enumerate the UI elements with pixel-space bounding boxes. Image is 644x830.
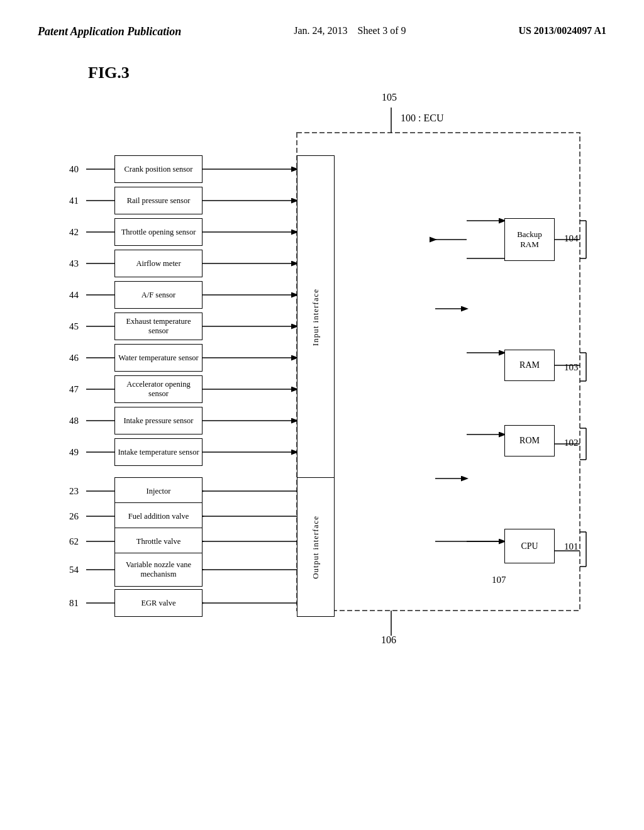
actuator-num-81: 81 <box>69 598 79 609</box>
sensor-num-47: 47 <box>69 384 79 395</box>
sensor-num-49: 49 <box>69 447 79 458</box>
sensor-box-46: Water temperature sensor <box>114 344 203 372</box>
actuator-box-23: Injector <box>114 477 203 505</box>
backup-ram-box: Backup RAM <box>504 218 555 261</box>
sensor-num-40: 40 <box>69 164 79 175</box>
sensor-box-45: Exhaust temperature sensor <box>114 313 203 340</box>
actuator-num-23: 23 <box>69 486 79 497</box>
output-interface-box: Output interface <box>297 477 335 617</box>
publication-title: Patent Application Publication <box>38 25 181 38</box>
publication-date: Jan. 24, 2013 Sheet 3 of 9 <box>294 25 406 36</box>
actuator-num-26: 26 <box>69 511 79 522</box>
sensor-box-40: Crank position sensor <box>114 155 203 183</box>
ram-num: 103 <box>564 362 579 373</box>
actuator-box-54: Variable nozzle vane mechanism <box>114 553 203 587</box>
actuator-box-26: Fuel addition valve <box>114 502 203 530</box>
sensor-num-41: 41 <box>69 196 79 206</box>
actuator-num-54: 54 <box>69 565 79 575</box>
actuator-box-62: Throttle valve <box>114 528 203 555</box>
cpu-box: CPU <box>504 529 555 563</box>
rom-num: 102 <box>564 438 579 448</box>
sensor-num-42: 42 <box>69 227 79 238</box>
sensor-box-44: A/F sensor <box>114 281 203 309</box>
sensor-num-43: 43 <box>69 258 79 269</box>
cpu-sub-label: 107 <box>492 575 506 585</box>
input-interface-box: Input interface <box>297 155 335 480</box>
page-header: Patent Application Publication Jan. 24, … <box>38 25 606 45</box>
rom-box: ROM <box>504 425 555 456</box>
sensor-box-47: Accelerator opening sensor <box>114 375 203 403</box>
figure-label: FIG.3 <box>88 64 606 82</box>
backup-ram-num: 104 <box>564 233 579 244</box>
cpu-num: 101 <box>564 541 579 552</box>
publication-number: US 2013/0024097 A1 <box>518 25 606 36</box>
actuator-box-81: EGR valve <box>114 589 203 617</box>
sensor-box-48: Intake pressure sensor <box>114 407 203 434</box>
diagram-container: 100 : ECU 105 106 107 Crank position sen… <box>52 101 592 648</box>
sensor-num-45: 45 <box>69 321 79 332</box>
sensor-num-44: 44 <box>69 290 79 301</box>
top-node-label: 105 <box>382 92 397 103</box>
sensor-num-48: 48 <box>69 416 79 426</box>
ram-box: RAM <box>504 350 555 381</box>
sensor-box-42: Throttle opening sensor <box>114 218 203 246</box>
ecu-label: 100 : ECU <box>401 113 443 124</box>
sensor-box-49: Intake temperature sensor <box>114 438 203 466</box>
sensor-box-41: Rail pressure sensor <box>114 187 203 214</box>
bottom-node-label: 106 <box>381 634 396 646</box>
actuator-num-62: 62 <box>69 536 79 547</box>
sensor-num-46: 46 <box>69 353 79 363</box>
sensor-box-43: Airflow meter <box>114 250 203 277</box>
